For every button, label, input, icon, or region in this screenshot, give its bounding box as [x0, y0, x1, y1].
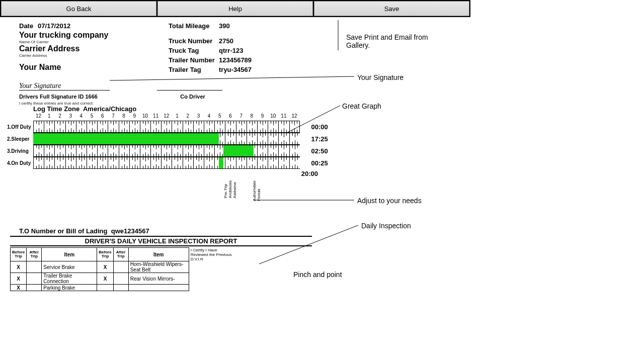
header-mid: Total Mileage390 Truck Number2750 Truck …	[169, 21, 252, 74]
dvir-cert: I Certify I Have Reviewed the Previous D…	[189, 248, 234, 261]
grand-total: 20:00	[7, 170, 318, 177]
status-row: 4.On Duty00:25	[7, 157, 328, 169]
codriver-label: Co Driver	[180, 94, 205, 100]
trailer-num-value: 123456789	[219, 56, 252, 64]
status-row: 2.Sleeper17:25	[7, 133, 328, 145]
trailer-tag-value: tryu-34567	[219, 66, 252, 73]
save-button[interactable]: Save	[314, 1, 469, 16]
toolbar: Go Back Help Save	[0, 0, 470, 17]
truck-tag-value: qtrr-123	[219, 47, 243, 54]
callout-inspection: Daily Inspection	[361, 222, 411, 230]
graph-row-cells[interactable]	[33, 121, 300, 133]
callout-save-print: Save Print and Email from Gallery.	[346, 33, 447, 49]
location-2: Auburndale Florida	[252, 180, 261, 201]
tz-label: Log Time Zone	[33, 105, 79, 113]
trailer-num-label: Trailer Number	[169, 56, 219, 64]
status-row: 3.Driving02:50	[7, 145, 328, 157]
go-back-button[interactable]: Go Back	[1, 1, 156, 16]
signature-label: Drivers Full Signature ID 1666	[19, 94, 98, 100]
graph-row-cells[interactable]	[33, 157, 300, 169]
dvir-row: XService BrakeXHorn-Winshield Wipers-Sea…	[11, 261, 234, 273]
status-row: 1.Off Duty00:00	[7, 121, 328, 133]
mileage-label: Total Mileage	[169, 22, 219, 30]
hour-scale: 12123456789101112123456789101112	[33, 113, 328, 119]
truck-num-value: 2750	[219, 37, 233, 45]
truck-num-label: Truck Number	[169, 37, 219, 45]
graph-row-cells[interactable]	[33, 145, 300, 157]
dvir-title: DRIVER'S DAILY VEHICLE INSPECTION REPORT	[10, 236, 312, 246]
hos-graph: Log Time Zone America/Chicago 1212345678…	[7, 105, 328, 177]
truck-tag-label: Truck Tag	[169, 47, 219, 54]
date-label: Date	[19, 22, 33, 30]
trailer-tag-label: Trailer Tag	[169, 66, 219, 73]
callout-graph: Great Graph	[342, 102, 382, 110]
dvir-row: XParking Brake	[11, 285, 234, 291]
graph-row-cells[interactable]	[33, 133, 300, 145]
location-1: Pre-Trip Andalusia Alabama	[223, 180, 237, 198]
bol-value: qwe1234567	[111, 227, 149, 235]
help-button[interactable]: Help	[157, 1, 313, 16]
codriver-line	[157, 81, 222, 90]
dvir-row: XTrailer Brake ConnectionXRear Vision Mi…	[11, 273, 234, 285]
callout-pinch: Pinch and point	[293, 270, 342, 279]
bol-label: T.O Number or Bill of Lading	[19, 227, 108, 235]
mileage-value: 390	[219, 22, 230, 30]
log-page: Date 07/17/2012 Your trucking company Na…	[0, 17, 470, 27]
callout-adjust: Adjust to your needs	[357, 197, 422, 205]
callout-signature: Your Signature	[357, 73, 404, 81]
dvir-table: BeforeTrip AfterTrip Item BeforeTrip Aft…	[10, 247, 234, 291]
signature: Your Signature	[19, 82, 110, 90]
date-value: 07/17/2012	[38, 22, 70, 30]
tz-value: America/Chicago	[83, 105, 136, 113]
dvir-section: DRIVER'S DAILY VEHICLE INSPECTION REPORT…	[10, 236, 312, 291]
bol-row: T.O Number or Bill of Lading qwe1234567	[19, 227, 312, 236]
